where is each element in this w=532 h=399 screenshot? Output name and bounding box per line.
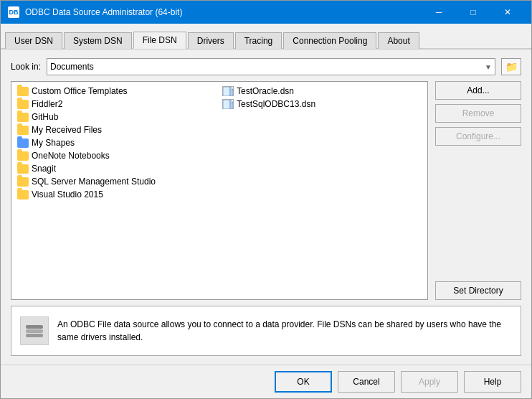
ok-button[interactable]: OK [275, 371, 332, 393]
folder-icon [17, 87, 29, 96]
minimize-button[interactable]: ─ [422, 5, 455, 19]
list-item[interactable]: GitHub [14, 111, 219, 123]
tab-about[interactable]: About [378, 32, 419, 49]
file-list[interactable]: Custom Office Templates Fiddler2 GitHub … [11, 81, 428, 300]
cancel-button[interactable]: Cancel [338, 371, 395, 393]
item-name: GitHub [32, 112, 58, 122]
database-icon [20, 316, 49, 345]
folder-icon [17, 113, 29, 122]
tab-system-dsn[interactable]: System DSN [64, 32, 132, 49]
browse-folder-button[interactable]: 📁 [501, 58, 521, 75]
title-bar-left: DB ODBC Data Source Administrator (64-bi… [8, 6, 182, 18]
list-item[interactable]: TestOracle.dsn [219, 85, 424, 98]
list-item[interactable]: My Shapes [14, 136, 219, 149]
folder-icon [17, 164, 29, 174]
item-name: My Received Files [32, 125, 102, 135]
close-button[interactable]: ✕ [491, 5, 524, 19]
apply-button[interactable]: Apply [401, 371, 458, 393]
set-directory-button[interactable]: Set Directory [435, 281, 521, 300]
configure-button[interactable]: Configure... [435, 127, 521, 146]
main-window: DB ODBC Data Source Administrator (64-bi… [0, 0, 532, 399]
file-column-right: TestOracle.dsn TestSqlODBC13.dsn [219, 85, 424, 201]
tab-drivers[interactable]: Drivers [188, 32, 234, 49]
title-controls: ─ □ ✕ [422, 5, 524, 19]
folder-icon [17, 190, 29, 200]
tab-file-dsn[interactable]: File DSN [133, 32, 186, 49]
main-row: Custom Office Templates Fiddler2 GitHub … [11, 81, 521, 300]
db-disk-2 [26, 329, 43, 333]
svg-marker-2 [230, 87, 233, 90]
item-name: Fiddler2 [32, 99, 62, 109]
list-item[interactable]: Custom Office Templates [14, 85, 219, 98]
look-in-value: Documents [50, 62, 94, 72]
svg-marker-5 [230, 100, 233, 103]
list-item[interactable]: Visual Studio 2015 [14, 188, 219, 201]
dsn-file-icon [222, 99, 234, 109]
list-item[interactable]: TestSqlODBC13.dsn [219, 98, 424, 111]
folder-icon [17, 126, 29, 135]
help-button[interactable]: Help [464, 371, 521, 393]
folder-icon [17, 177, 29, 187]
svg-rect-3 [223, 100, 230, 109]
svg-rect-0 [223, 87, 230, 96]
item-name: Custom Office Templates [32, 86, 128, 96]
folder-icon-blue [17, 139, 29, 148]
remove-button[interactable]: Remove [435, 104, 521, 123]
combo-arrow-icon: ▼ [485, 63, 492, 71]
tab-connection-pooling[interactable]: Connection Pooling [283, 32, 376, 49]
list-item[interactable]: SQL Server Management Studio [14, 175, 219, 188]
db-disk-3 [26, 334, 43, 337]
title-bar: DB ODBC Data Source Administrator (64-bi… [1, 1, 531, 24]
item-name: Visual Studio 2015 [32, 189, 103, 200]
list-item[interactable]: My Received Files [14, 123, 219, 136]
list-item[interactable]: Snagit [14, 162, 219, 175]
tab-tracing[interactable]: Tracing [235, 32, 282, 49]
list-item[interactable]: OneNote Notebooks [14, 149, 219, 162]
maximize-button[interactable]: □ [457, 5, 490, 19]
tabs-bar: User DSN System DSN File DSN Drivers Tra… [1, 24, 531, 50]
item-name: SQL Server Management Studio [32, 177, 156, 187]
item-name: TestOracle.dsn [237, 86, 294, 96]
window-title: ODBC Data Source Administrator (64-bit) [25, 7, 182, 17]
db-stack-icon [26, 325, 43, 337]
tab-user-dsn[interactable]: User DSN [5, 32, 62, 49]
add-button[interactable]: Add... [435, 81, 521, 100]
item-name: TestSqlODBC13.dsn [237, 99, 315, 109]
right-buttons-panel: Add... Remove Configure... Set Directory [435, 81, 521, 300]
item-name: My Shapes [32, 138, 75, 148]
bottom-bar: OK Cancel Apply Help [1, 365, 531, 398]
file-column-left: Custom Office Templates Fiddler2 GitHub … [14, 85, 219, 201]
look-in-combo[interactable]: Documents ▼ [47, 58, 495, 75]
folder-browse-icon: 📁 [505, 61, 518, 72]
app-icon: DB [8, 6, 19, 18]
look-in-row: Look in: Documents ▼ 📁 [11, 58, 521, 75]
right-top-buttons: Add... Remove Configure... [435, 81, 521, 146]
dsn-file-icon [222, 86, 234, 96]
folder-icon [17, 100, 29, 109]
right-bottom-button: Set Directory [435, 281, 521, 300]
info-section: An ODBC File data source allows you to c… [11, 306, 521, 356]
main-content: Look in: Documents ▼ 📁 Custom Office Tem… [1, 50, 531, 365]
list-item[interactable]: Fiddler2 [14, 98, 219, 111]
item-name: Snagit [32, 164, 56, 174]
folder-icon [17, 151, 29, 161]
item-name: OneNote Notebooks [32, 151, 110, 161]
look-in-label: Look in: [11, 62, 41, 72]
info-text: An ODBC File data source allows you to c… [57, 318, 512, 344]
db-disk-1 [26, 325, 43, 329]
